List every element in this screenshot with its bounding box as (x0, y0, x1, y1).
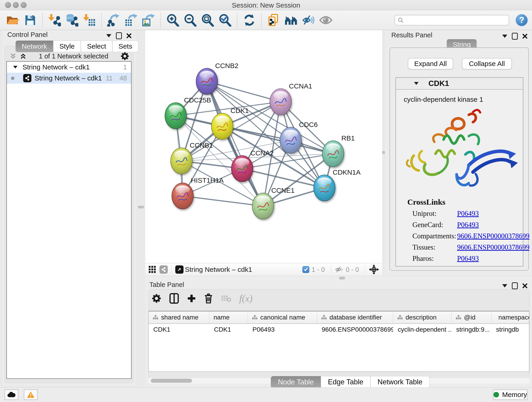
network-node-ccna2[interactable] (231, 156, 253, 182)
network-canvas[interactable]: CCNB2CCNA1CDC25BCDK1CDC6RB1CCNB1CCNA2CDK… (145, 30, 382, 263)
export-network-button[interactable] (107, 13, 121, 27)
crosslink-link[interactable]: 9606.ENSP00000378699 (457, 232, 530, 240)
table-cell[interactable]: CDK1 (209, 324, 248, 335)
open-in-new-icon[interactable] (175, 265, 184, 274)
crosslink-link[interactable]: P06493 (457, 210, 479, 218)
open-session-button[interactable] (6, 13, 20, 27)
tab-select[interactable]: Select (81, 41, 112, 52)
hide-graphics-button[interactable] (301, 13, 316, 27)
selected-checkbox-icon[interactable] (302, 266, 309, 273)
crosslink-link[interactable]: P06493 (457, 221, 479, 229)
memory-button[interactable]: Memory (493, 389, 527, 400)
duplicate-network-button[interactable] (266, 13, 281, 27)
network-node-ccnb2[interactable] (196, 68, 218, 95)
network-node-rb1[interactable] (322, 141, 344, 167)
panel-menu-icon[interactable] (106, 34, 111, 37)
network-edge[interactable] (242, 169, 324, 188)
column-header-canonical-name[interactable]: canonical name (248, 312, 317, 323)
network-node-cdkn1a[interactable] (314, 175, 335, 201)
delete-column-icon[interactable] (204, 293, 213, 303)
protein-section-header[interactable]: CDK1 (396, 78, 523, 89)
network-collection-row[interactable]: String Network – cdk1 1 (7, 62, 131, 73)
panel-float-icon[interactable] (512, 33, 518, 40)
column-header--id[interactable]: @id (452, 312, 491, 323)
grid-view-icon[interactable] (148, 266, 156, 274)
network-node-ccnb1[interactable] (171, 148, 192, 174)
add-column-icon[interactable] (187, 294, 196, 303)
import-table-button[interactable] (82, 13, 96, 27)
zoom-selected-button[interactable] (218, 13, 232, 27)
expand-all-icon[interactable] (20, 53, 27, 59)
network-overview-button[interactable] (284, 13, 298, 27)
network-row-selected[interactable]: String Network – cdk1 11 48 (7, 73, 131, 84)
zoom-out-button[interactable] (183, 13, 197, 27)
cloud-button[interactable] (5, 389, 18, 400)
import-network-file-button[interactable] (47, 13, 62, 27)
table-cell[interactable]: 9606.ENSP00000378699 (317, 324, 393, 335)
scrollbar-thumb[interactable] (151, 379, 192, 383)
network-edge[interactable] (183, 196, 263, 206)
column-header-description[interactable]: description (393, 312, 452, 323)
panel-close-icon[interactable] (522, 34, 527, 39)
tab-network-table[interactable]: Network Table (370, 376, 430, 388)
tab-sets[interactable]: Sets (112, 41, 138, 52)
import-network-database-button[interactable] (65, 13, 79, 27)
table-cell[interactable]: stringdb (491, 324, 529, 335)
panel-menu-icon[interactable] (502, 35, 507, 38)
save-session-button[interactable] (23, 13, 37, 27)
column-header-name[interactable]: name (209, 312, 248, 323)
gear-icon[interactable] (152, 294, 161, 303)
zoom-fit-button[interactable] (201, 13, 215, 27)
network-node-ccne1[interactable] (252, 193, 274, 219)
section-collapse-icon[interactable] (414, 82, 418, 85)
crosslink-link[interactable]: P06493 (457, 254, 479, 263)
table-cell[interactable]: cyclin-dependent ... (393, 324, 452, 335)
tab-style[interactable]: Style (53, 41, 81, 52)
help-button[interactable]: ? (515, 14, 528, 26)
network-node-cdk1[interactable] (211, 113, 233, 139)
network-edge[interactable] (207, 81, 263, 206)
collapse-all-icon[interactable] (10, 53, 17, 59)
table-header-row: shared namename canonical name database … (149, 312, 529, 324)
tree-expand-icon[interactable] (13, 66, 18, 69)
panel-menu-icon[interactable] (502, 284, 507, 287)
tab-node-table[interactable]: Node Table (271, 376, 321, 388)
horizontal-splitter-handle[interactable] (339, 277, 345, 279)
refresh-button[interactable] (242, 13, 256, 27)
birdseye-icon[interactable] (369, 264, 379, 274)
search-input[interactable] (406, 16, 506, 24)
table-row[interactable]: CDK1CDK1P064939606.ENSP00000378699cyclin… (149, 324, 529, 335)
node-table[interactable]: shared namename canonical name database … (148, 311, 529, 372)
panel-close-icon[interactable] (522, 283, 527, 288)
table-cell[interactable]: CDK1 (149, 324, 209, 335)
collapse-all-button[interactable]: Collapse All (462, 58, 512, 70)
table-cell[interactable]: stringdb:9... (452, 324, 491, 335)
horizontal-splitter[interactable] (145, 276, 532, 280)
gear-icon[interactable] (120, 52, 129, 61)
tab-edge-table[interactable]: Edge Table (321, 376, 370, 388)
network-node-cdc25b[interactable] (165, 103, 186, 129)
column-header-shared-name[interactable]: shared name (149, 312, 209, 323)
panel-float-icon[interactable] (116, 32, 122, 39)
vertical-splitter-handle[interactable] (138, 206, 144, 208)
network-node-ccna1[interactable] (270, 89, 291, 115)
warnings-button[interactable] (24, 389, 38, 400)
zoom-in-button[interactable] (166, 13, 180, 27)
show-graphics-button[interactable] (319, 13, 333, 27)
expand-all-button[interactable]: Expand All (408, 58, 453, 70)
export-table-button[interactable] (124, 13, 138, 27)
show-columns-icon[interactable] (169, 293, 179, 304)
crosslink-link[interactable]: 9606.ENSP00000378699 (457, 243, 530, 251)
network-node-hist1h1a[interactable] (172, 183, 193, 209)
network-edge[interactable] (222, 126, 333, 154)
panel-close-icon[interactable] (127, 33, 132, 38)
panel-float-icon[interactable] (512, 282, 518, 289)
export-image-button[interactable] (141, 13, 156, 27)
tab-network[interactable]: Network (16, 41, 53, 52)
column-header-database-identifier[interactable]: database identifier (317, 312, 393, 323)
search-field[interactable] (394, 15, 509, 26)
table-cell[interactable]: P06493 (248, 324, 317, 335)
column-header-namespace[interactable]: namespace (491, 312, 529, 323)
network-node-cdc6[interactable] (280, 127, 302, 153)
string-view-icon[interactable] (159, 265, 168, 274)
